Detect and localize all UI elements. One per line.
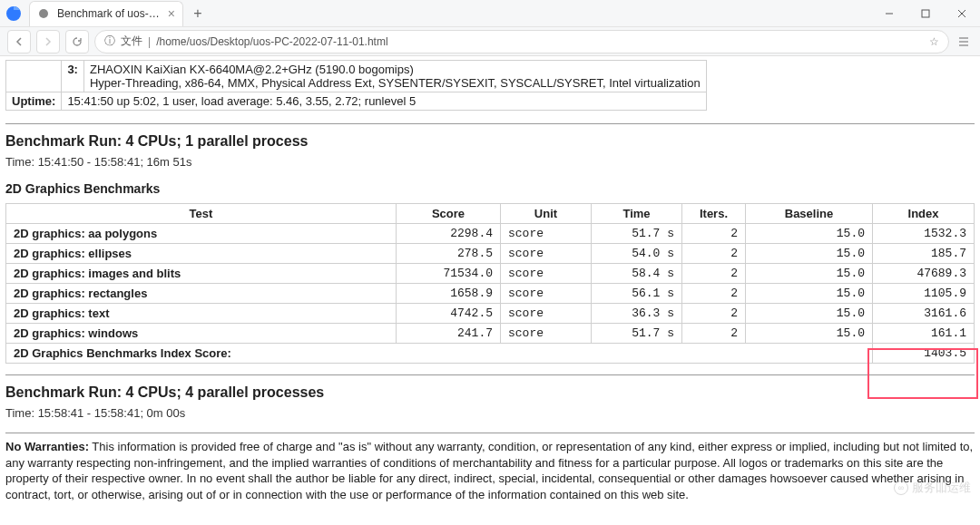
test-name: 2D graphics: images and blits bbox=[6, 264, 397, 284]
address-bar[interactable]: ⓘ 文件 | /home/uos/Desktop/uos-PC-2022-07-… bbox=[94, 30, 949, 53]
window-controls bbox=[871, 0, 980, 27]
cpu-index: 3: bbox=[62, 61, 84, 92]
page-content: 3: ZHAOXIN KaiXian KX-6640MA@2.2+GHz (51… bbox=[0, 56, 980, 525]
col-baseline: Baseline bbox=[746, 204, 873, 224]
unit-cell: score bbox=[501, 284, 592, 304]
score-cell: 4742.5 bbox=[397, 304, 501, 324]
col-unit: Unit bbox=[501, 204, 592, 224]
warranty-label: No Warranties: bbox=[5, 440, 89, 453]
table-row: 2D graphics: aa polygons2298.4score51.7 … bbox=[6, 224, 975, 244]
time-cell: 51.7 s bbox=[592, 324, 682, 344]
index-cell: 1532.3 bbox=[873, 224, 975, 244]
col-score: Score bbox=[397, 204, 501, 224]
close-tab-icon[interactable]: × bbox=[168, 7, 175, 20]
unit-cell: score bbox=[501, 224, 592, 244]
back-button[interactable] bbox=[7, 30, 31, 53]
test-name: 2D graphics: text bbox=[6, 304, 397, 324]
test-name: 2D graphics: aa polygons bbox=[6, 224, 397, 244]
uptime-value: 15:41:50 up 5:02, 1 user, load average: … bbox=[62, 92, 706, 111]
table-row: 2D graphics: rectangles1658.9score56.1 s… bbox=[6, 284, 975, 304]
svg-point-0 bbox=[39, 9, 48, 18]
score-cell: 1658.9 bbox=[397, 284, 501, 304]
test-name: 2D graphics: rectangles bbox=[6, 284, 397, 304]
browser-tab[interactable]: Benchmark of uos-PC / GN × bbox=[29, 1, 183, 26]
page-favicon bbox=[37, 7, 50, 20]
summary-value: 1403.5 bbox=[873, 344, 975, 364]
benchmark-run-time-2: Time: 15:58:41 - 15:58:41; 0m 00s bbox=[5, 406, 975, 420]
bookmark-icon[interactable]: ☆ bbox=[929, 35, 939, 48]
iters-cell: 2 bbox=[682, 284, 746, 304]
iters-cell: 2 bbox=[682, 264, 746, 284]
score-cell: 71534.0 bbox=[397, 264, 501, 284]
baseline-cell: 15.0 bbox=[746, 304, 873, 324]
table-row: 2D graphics: ellipses278.5score54.0 s215… bbox=[6, 244, 975, 264]
separator bbox=[5, 374, 975, 375]
maximize-button[interactable] bbox=[907, 0, 944, 27]
table-row: 2D graphics: text4742.5score36.3 s215.03… bbox=[6, 304, 975, 324]
benchmark-section-heading: 2D Graphics Benchmarks bbox=[5, 181, 975, 196]
minimize-button[interactable] bbox=[871, 0, 907, 27]
unit-cell: score bbox=[501, 304, 592, 324]
svg-rect-2 bbox=[922, 10, 929, 17]
benchmark-table: Test Score Unit Time Iters. Baseline Ind… bbox=[5, 203, 975, 364]
baseline-cell: 15.0 bbox=[746, 224, 873, 244]
index-cell: 161.1 bbox=[873, 324, 975, 344]
forward-button[interactable] bbox=[36, 30, 60, 53]
iters-cell: 2 bbox=[682, 324, 746, 344]
iters-cell: 2 bbox=[682, 244, 746, 264]
url-scheme-label: 文件 bbox=[121, 34, 142, 49]
browser-menu-button[interactable] bbox=[955, 35, 973, 48]
unit-cell: score bbox=[501, 244, 592, 264]
time-cell: 36.3 s bbox=[592, 304, 682, 324]
baseline-cell: 15.0 bbox=[746, 244, 873, 264]
table-row: 2D graphics: images and blits71534.0scor… bbox=[6, 264, 975, 284]
separator bbox=[5, 433, 975, 433]
index-cell: 47689.3 bbox=[873, 264, 975, 284]
index-cell: 1105.9 bbox=[873, 284, 975, 304]
table-row: 2D graphics: windows241.7score51.7 s215.… bbox=[6, 324, 975, 344]
col-time: Time bbox=[592, 204, 682, 224]
time-cell: 54.0 s bbox=[592, 244, 682, 264]
iters-cell: 2 bbox=[682, 224, 746, 244]
time-cell: 51.7 s bbox=[592, 224, 682, 244]
unit-cell: score bbox=[501, 324, 592, 344]
title-bar: Benchmark of uos-PC / GN × + bbox=[0, 0, 980, 27]
url-path: /home/uos/Desktop/uos-PC-2022-07-11-01.h… bbox=[156, 35, 387, 48]
time-cell: 56.1 s bbox=[592, 284, 682, 304]
system-info-table: 3: ZHAOXIN KaiXian KX-6640MA@2.2+GHz (51… bbox=[5, 60, 707, 111]
uptime-row: Uptime: 15:41:50 up 5:02, 1 user, load a… bbox=[6, 92, 707, 111]
browser-toolbar: ⓘ 文件 | /home/uos/Desktop/uos-PC-2022-07-… bbox=[0, 27, 980, 56]
reload-button[interactable] bbox=[65, 30, 89, 53]
score-cell: 241.7 bbox=[397, 324, 501, 344]
warranty-text: This information is provided free of cha… bbox=[5, 440, 973, 501]
tab-title: Benchmark of uos-PC / GN bbox=[57, 7, 161, 20]
benchmark-run-time: Time: 15:41:50 - 15:58:41; 16m 51s bbox=[5, 155, 975, 169]
col-index: Index bbox=[873, 204, 975, 224]
summary-label: 2D Graphics Benchmarks Index Score: bbox=[6, 344, 873, 364]
col-test: Test bbox=[6, 204, 397, 224]
benchmark-run-heading: Benchmark Run: 4 CPUs; 1 parallel proces… bbox=[5, 133, 975, 150]
score-cell: 2298.4 bbox=[397, 224, 501, 244]
col-iters: Iters. bbox=[682, 204, 746, 224]
baseline-cell: 15.0 bbox=[746, 324, 873, 344]
benchmark-run-heading-2: Benchmark Run: 4 CPUs; 4 parallel proces… bbox=[5, 384, 975, 401]
index-cell: 185.7 bbox=[873, 244, 975, 264]
index-cell: 3161.6 bbox=[873, 304, 975, 324]
close-window-button[interactable] bbox=[944, 0, 980, 27]
cpu-row: 3: ZHAOXIN KaiXian KX-6640MA@2.2+GHz (51… bbox=[6, 61, 707, 92]
browser-app-icon bbox=[0, 0, 27, 27]
uptime-label: Uptime: bbox=[6, 92, 62, 111]
time-cell: 58.4 s bbox=[592, 264, 682, 284]
cpu-line2: Hyper-Threading, x86-64, MMX, Physical A… bbox=[90, 76, 701, 90]
test-name: 2D graphics: ellipses bbox=[6, 244, 397, 264]
test-name: 2D graphics: windows bbox=[6, 324, 397, 344]
baseline-cell: 15.0 bbox=[746, 284, 873, 304]
warranty-paragraph: No Warranties: This information is provi… bbox=[5, 439, 975, 502]
baseline-cell: 15.0 bbox=[746, 264, 873, 284]
iters-cell: 2 bbox=[682, 304, 746, 324]
new-tab-button[interactable]: + bbox=[187, 3, 209, 24]
unit-cell: score bbox=[501, 264, 592, 284]
separator bbox=[5, 123, 975, 124]
cpu-line1: ZHAOXIN KaiXian KX-6640MA@2.2+GHz (5190.… bbox=[90, 63, 701, 76]
site-info-icon[interactable]: ⓘ bbox=[104, 34, 115, 49]
